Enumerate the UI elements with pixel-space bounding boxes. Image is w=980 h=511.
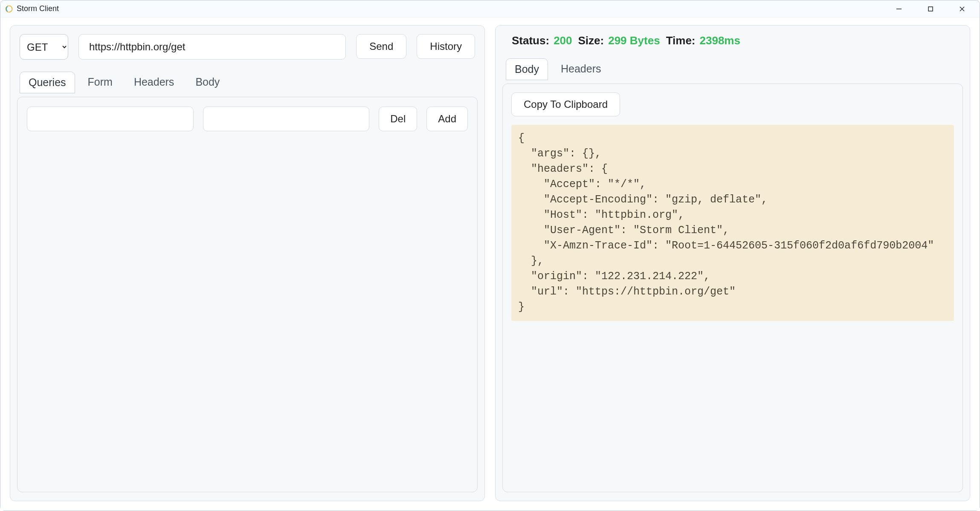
minimize-button[interactable] bbox=[889, 0, 909, 17]
history-button[interactable]: History bbox=[417, 34, 475, 59]
app-icon bbox=[5, 5, 13, 13]
tab-queries[interactable]: Queries bbox=[20, 72, 75, 93]
queries-tab-content: Del Add bbox=[17, 97, 478, 492]
status-label: Status: bbox=[512, 34, 549, 47]
query-value-input[interactable] bbox=[203, 107, 370, 131]
tab-body[interactable]: Body bbox=[187, 72, 228, 93]
titlebar-left: Storm Client bbox=[5, 4, 59, 13]
response-body-area: Copy To Clipboard { "args": {}, "headers… bbox=[502, 84, 963, 492]
svg-point-0 bbox=[6, 6, 12, 12]
window-title: Storm Client bbox=[17, 4, 59, 13]
time-value: 2398ms bbox=[700, 34, 740, 47]
query-del-button[interactable]: Del bbox=[379, 107, 417, 131]
size-value: 299 Bytes bbox=[608, 34, 660, 47]
tab-headers[interactable]: Headers bbox=[125, 72, 183, 93]
send-button[interactable]: Send bbox=[356, 34, 406, 59]
response-status-row: Status: 200 Size: 299 Bytes Time: 2398ms bbox=[502, 32, 963, 47]
request-row: GET Send History bbox=[17, 32, 478, 60]
response-body-text[interactable]: { "args": {}, "headers": { "Accept": "*/… bbox=[511, 125, 954, 321]
main-content: GET Send History Queries Form Headers Bo… bbox=[0, 17, 980, 511]
request-tabs: Queries Form Headers Body bbox=[17, 72, 478, 93]
titlebar: Storm Client bbox=[0, 0, 980, 17]
response-panel: Status: 200 Size: 299 Bytes Time: 2398ms… bbox=[495, 25, 970, 501]
size-label: Size: bbox=[578, 34, 604, 47]
app-window: Storm Client GET Send History bbox=[0, 0, 980, 511]
status-value: 200 bbox=[554, 34, 572, 47]
time-label: Time: bbox=[666, 34, 696, 47]
copy-to-clipboard-button[interactable]: Copy To Clipboard bbox=[511, 92, 620, 116]
query-key-input[interactable] bbox=[27, 107, 194, 131]
tab-form[interactable]: Form bbox=[79, 72, 121, 93]
response-tabs: Body Headers bbox=[502, 58, 963, 80]
resp-tab-body[interactable]: Body bbox=[506, 58, 548, 80]
url-input[interactable] bbox=[78, 34, 346, 60]
resp-tab-headers[interactable]: Headers bbox=[552, 58, 610, 80]
svg-rect-2 bbox=[928, 7, 933, 11]
http-method-select[interactable]: GET bbox=[20, 34, 68, 60]
maximize-button[interactable] bbox=[921, 0, 940, 17]
request-panel: GET Send History Queries Form Headers Bo… bbox=[10, 25, 485, 501]
window-controls bbox=[889, 0, 976, 17]
close-button[interactable] bbox=[952, 0, 972, 17]
query-add-button[interactable]: Add bbox=[426, 107, 468, 131]
query-row: Del Add bbox=[27, 107, 468, 131]
